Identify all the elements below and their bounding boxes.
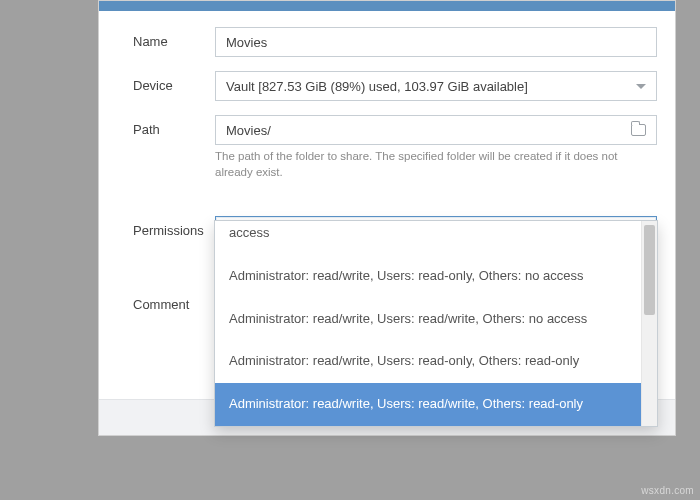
titlebar [99,1,675,11]
permissions-option-list: access Administrator: read/write, Users:… [215,221,641,426]
dropdown-scrollbar-thumb[interactable] [644,225,655,315]
chevron-down-icon [636,84,646,89]
name-input[interactable] [226,35,646,50]
permissions-dropdown: access Administrator: read/write, Users:… [214,220,658,427]
watermark: wsxdn.com [641,485,694,496]
row-path: Path Movies/ The path of the folder to s… [133,115,657,180]
name-input-wrap[interactable] [215,27,657,57]
permissions-option[interactable]: Administrator: read/write, Users: read-o… [215,255,641,298]
path-help-text: The path of the folder to share. The spe… [215,149,657,180]
permissions-option-partial[interactable]: access [215,221,641,255]
permissions-option[interactable]: Administrator: read/write, Users: read-o… [215,340,641,383]
row-device: Device Vault [827.53 GiB (89%) used, 103… [133,71,657,101]
folder-icon [631,124,646,136]
label-name: Name [133,27,215,49]
label-permissions: Permissions [133,216,215,238]
path-input-value: Movies/ [226,123,271,138]
row-name: Name [133,27,657,57]
permissions-option[interactable]: Administrator: read/write, Users: read/w… [215,298,641,341]
label-device: Device [133,71,215,93]
label-path: Path [133,115,215,137]
dropdown-scrollbar[interactable] [641,221,657,426]
label-comment: Comment [133,290,215,312]
path-input[interactable]: Movies/ [215,115,657,145]
permissions-option-selected[interactable]: Administrator: read/write, Users: read/w… [215,383,641,426]
device-select[interactable]: Vault [827.53 GiB (89%) used, 103.97 GiB… [215,71,657,101]
device-select-value: Vault [827.53 GiB (89%) used, 103.97 GiB… [226,79,528,94]
